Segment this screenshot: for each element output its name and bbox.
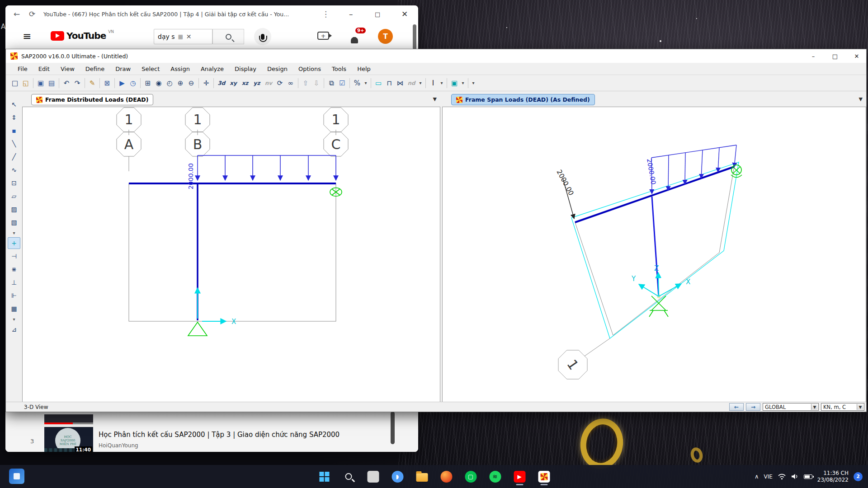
youtube-logo[interactable]: YouTube VN [51, 30, 114, 41]
snap-perpendicular-icon[interactable]: ⊩ [8, 290, 20, 301]
browser-minimize-button[interactable]: – [349, 5, 353, 23]
snap-ratio-icon[interactable]: % [352, 78, 363, 89]
view-xz-icon[interactable]: xz [239, 78, 251, 89]
next-view-button[interactable]: → [746, 403, 760, 411]
zoom-full-icon[interactable]: ◉ [153, 78, 164, 89]
pan-icon[interactable]: ✛ [201, 78, 212, 89]
quick-draw-braces-icon[interactable]: ∿ [8, 164, 20, 176]
video-thumbnail[interactable]: HỌC SAP2000 MIỄN PHÍ 11:40 [44, 427, 93, 452]
section-display-icon[interactable]: ▣ [449, 78, 460, 89]
zoom-out-icon[interactable]: ⊖ [186, 78, 197, 89]
extra-dropdown[interactable]: ▾ [470, 78, 476, 89]
menu-options[interactable]: Options [293, 66, 326, 72]
show-plot-functions-icon[interactable]: ⊿ [8, 324, 20, 335]
save-icon[interactable]: ▣ [35, 78, 46, 89]
sap-close-button[interactable]: ✕ [852, 53, 862, 60]
draw-poly-area-icon[interactable]: ▧ [8, 216, 20, 228]
spotify-icon[interactable]: ≋ [486, 467, 505, 486]
nd-dropdown[interactable]: ▾ [417, 78, 424, 89]
draw-frame-icon[interactable]: ╲ [8, 138, 20, 150]
battery-icon[interactable] [804, 474, 812, 479]
select-objects-icon[interactable]: ⧉ [326, 78, 337, 89]
section-display-dropdown[interactable]: ▾ [460, 78, 466, 89]
lock-model-icon[interactable]: ⊠ [102, 78, 113, 89]
playlist-scrollbar[interactable] [391, 412, 395, 444]
clock[interactable]: 11:36 CH 23/08/2022 [817, 470, 849, 483]
search-input[interactable]: dạy s ▦ ✕ [154, 29, 212, 44]
rotate-view-icon[interactable]: ⟳ [274, 78, 285, 89]
snap-intersections-icon[interactable]: ⊥ [8, 277, 20, 288]
search-button[interactable] [212, 29, 244, 44]
browser-maximize-button[interactable]: □ [375, 5, 380, 23]
start-button[interactable] [315, 467, 334, 486]
browser-scrollbar[interactable] [413, 24, 416, 50]
right-viewport-3d[interactable]: 1 2000.00 2000.00 [442, 107, 866, 403]
view-yz-icon[interactable]: yz [251, 78, 263, 89]
reshape-object-icon[interactable]: ⇕ [8, 112, 20, 123]
draw-link-icon[interactable]: ⋈ [395, 78, 406, 89]
open-file-icon[interactable]: ◱ [20, 78, 31, 89]
volume-icon[interactable] [791, 473, 799, 480]
menu-tools[interactable]: Tools [326, 66, 352, 72]
draw-rect-icon[interactable]: ▭ [373, 78, 384, 89]
snap-fine-grid-icon[interactable]: ▦ [8, 303, 20, 314]
snap-points-grid-icon[interactable]: + [8, 237, 20, 249]
draw-frame-props-icon[interactable]: ⊓ [384, 78, 395, 89]
sap-maximize-button[interactable]: □ [830, 53, 840, 60]
snap-midpoints-icon[interactable]: ⋇ [8, 263, 20, 275]
view-xy-icon[interactable]: xy [227, 78, 239, 89]
move-up-in-list-icon[interactable]: ⇧ [300, 78, 311, 89]
video-channel[interactable]: HoiQuanYoung [99, 442, 138, 449]
snap-ends-icon[interactable]: ⊣ [8, 250, 20, 262]
quick-draw-area-icon[interactable]: ▱ [8, 190, 20, 202]
menu-edit[interactable]: Edit [33, 66, 55, 72]
left-viewport-2d[interactable]: 1 1 1 A B C [22, 107, 440, 403]
draw-joint-icon[interactable]: ▪ [8, 125, 20, 136]
file-explorer-icon[interactable] [413, 467, 431, 486]
menu-select[interactable]: Select [136, 66, 165, 72]
select-pointer-icon[interactable]: ↖ [8, 99, 20, 110]
keyboard-icon[interactable]: ▦ [178, 33, 183, 40]
playlist-prev-thumbnail[interactable] [44, 414, 93, 424]
left-pane-dropdown-icon[interactable]: ▼ [433, 96, 437, 102]
coordinate-system-select[interactable]: GLOBAL ▼ [763, 403, 819, 411]
more-draw-dropdown[interactable]: ▾ [8, 230, 20, 236]
right-pane-dropdown-icon[interactable]: ▼ [859, 96, 863, 102]
menu-design[interactable]: Design [262, 66, 293, 72]
clear-search-icon[interactable]: ✕ [186, 33, 192, 40]
view-nv-icon[interactable]: nv [263, 78, 274, 89]
new-model-icon[interactable]: □ [9, 78, 20, 89]
firefox-icon[interactable] [437, 467, 456, 486]
quick-draw-frame-icon[interactable]: ╱ [8, 151, 20, 163]
menu-analyze[interactable]: Analyze [195, 66, 229, 72]
zoom-window-icon[interactable]: ⊞ [142, 78, 153, 89]
menu-file[interactable]: File [12, 66, 33, 72]
column-member-3d[interactable] [652, 197, 659, 296]
tab-frame-distributed-loads[interactable]: Frame Distributed Loads (DEAD) [31, 94, 153, 105]
browser-kebab-menu-icon[interactable]: ⋮ [322, 5, 330, 23]
tab-frame-span-loads[interactable]: Frame Span Loads (DEAD) (As Defined) [451, 94, 595, 105]
create-video-button[interactable]: + [317, 32, 329, 40]
search-icon[interactable] [340, 467, 358, 486]
voice-search-button[interactable] [254, 28, 271, 45]
chevron-down-icon[interactable]: ▼ [811, 404, 818, 410]
playlist-row[interactable]: 3 HỌC SAP2000 MIỄN PHÍ 11:40 Học Phân tí… [5, 427, 418, 452]
menu-draw[interactable]: Draw [110, 66, 136, 72]
zoom-previous-icon[interactable]: ◴ [164, 78, 175, 89]
clear-selection-icon[interactable]: ☑ [337, 78, 348, 89]
blue-app-icon[interactable] [9, 469, 24, 484]
draw-rect-area-icon[interactable]: ▨ [8, 203, 20, 215]
refresh-window-icon[interactable]: ✎ [87, 78, 98, 89]
sap2000-icon[interactable] [535, 467, 553, 486]
redo-icon[interactable]: ↷ [72, 78, 83, 89]
wifi-icon[interactable] [778, 473, 786, 480]
hamburger-menu-icon[interactable]: ≡ [23, 30, 31, 42]
menu-help[interactable]: Help [352, 66, 376, 72]
print-icon[interactable]: ▤ [46, 78, 57, 89]
hidden-icons-chevron[interactable]: ∧ [755, 473, 759, 480]
view-3d-icon[interactable]: 3d [216, 78, 227, 89]
undo-icon[interactable]: ↶ [61, 78, 72, 89]
run-analysis-icon[interactable]: ▶ [117, 78, 127, 89]
perspective-icon[interactable]: ∞ [285, 78, 296, 89]
sap-titlebar[interactable]: SAP2000 v16.0.0 Ultimate - (Untitled) – … [6, 49, 866, 63]
